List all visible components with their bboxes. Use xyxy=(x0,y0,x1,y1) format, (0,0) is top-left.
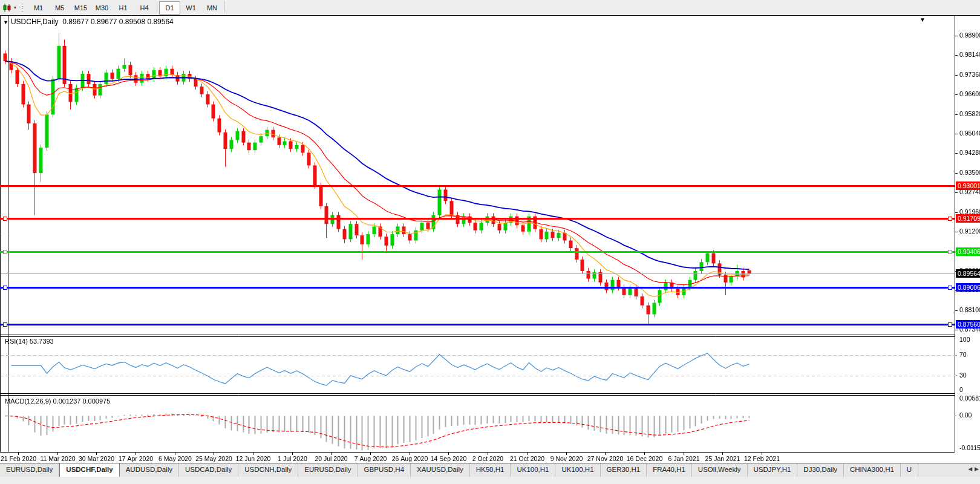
current-price-tag: 0.89564 xyxy=(956,269,980,278)
chart-tab-hk50-h1[interactable]: HK50,H1 xyxy=(470,463,511,477)
chart-tab-usdjpy-h1[interactable]: USDJPY,H1 xyxy=(748,463,798,477)
chart-tab-xauusd-daily[interactable]: XAUUSD,Daily xyxy=(411,463,470,477)
toolbar-separator xyxy=(157,1,157,12)
macd-signal-value: 0.000975 xyxy=(82,397,110,405)
caret-down-icon: ▾ xyxy=(14,5,16,10)
triangle-down-icon[interactable]: ▼ xyxy=(920,16,926,23)
chart-tab-china300-h1[interactable]: CHINA300,H1 xyxy=(844,463,901,477)
timeframe-button-m30[interactable]: M30 xyxy=(91,1,113,15)
rsi-value: 53.7393 xyxy=(30,338,54,345)
chart-tab-usoil-weekly[interactable]: USOil,Weekly xyxy=(692,463,748,477)
toolbar-separator xyxy=(224,1,225,12)
chart-type-button[interactable]: ▾ xyxy=(0,2,19,14)
rsi-indicator-label: RSI(14) 53.7393 xyxy=(5,338,54,345)
chart-tab-eurusd-daily[interactable]: EURUSD,Daily xyxy=(298,463,358,477)
chart-symbol-label: USDCHF,Daily xyxy=(11,18,59,26)
chart-tab-ger30-h1[interactable]: GER30,H1 xyxy=(601,463,647,477)
status-strip xyxy=(0,477,980,484)
chart-title: ▼USDCHF,Daily 0.89677 0.89677 0.89508 0.… xyxy=(3,18,174,26)
toolbar-grip-handle[interactable] xyxy=(21,3,24,13)
timeframe-button-group: M1M5M15M30H1H4D1W1MN xyxy=(28,1,227,15)
tabs-scroll-right-button[interactable]: ▶ xyxy=(975,466,979,472)
price-chart-canvas[interactable] xyxy=(0,0,980,463)
timeframe-button-m15[interactable]: M15 xyxy=(70,1,91,15)
chart-tab-eurusd-daily[interactable]: EURUSD,Daily xyxy=(0,463,59,477)
timeframe-button-h1[interactable]: H1 xyxy=(113,1,134,15)
timeframe-button-m1[interactable]: M1 xyxy=(28,1,49,15)
candlestick-chart-icon xyxy=(2,3,12,13)
chart-tab-usdchf-daily[interactable]: USDCHF,Daily xyxy=(59,463,119,477)
rsi-name: RSI(14) xyxy=(5,338,28,345)
chart-tab-uk100-h1[interactable]: UK100,H1 xyxy=(555,463,600,477)
chart-tabs-bar: EURUSD,DailyUSDCHF,DailyAUDUSD,DailyUSDC… xyxy=(0,463,980,477)
timeframe-button-mn[interactable]: MN xyxy=(201,1,223,15)
timeframe-button-h4[interactable]: H4 xyxy=(134,1,155,15)
chart-ohlc-values: 0.89677 0.89677 0.89508 0.89564 xyxy=(62,18,174,26)
chart-tabs: EURUSD,DailyUSDCHF,DailyAUDUSD,DailyUSDC… xyxy=(0,463,963,477)
chart-tab-audusd-daily[interactable]: AUDUSD,Daily xyxy=(120,463,179,477)
macd-main-value: 0.001237 xyxy=(53,397,80,405)
macd-name: MACD(12,26,9) xyxy=(5,397,51,405)
timeframe-button-w1[interactable]: W1 xyxy=(180,1,201,15)
hline-price-tag-0.91709: 0.91709 xyxy=(956,214,980,223)
chart-tab-usdcad-daily[interactable]: USDCAD,Daily xyxy=(179,463,238,477)
tabs-scroll-left-button[interactable]: ◀ xyxy=(968,466,972,472)
hline-price-tag-0.87560: 0.87560 xyxy=(956,320,980,329)
chart-tab-gbpusd-h4[interactable]: GBPUSD,H4 xyxy=(358,463,411,477)
hline-price-tag-0.90406: 0.90406 xyxy=(956,247,980,256)
hline-price-tag-0.89006: 0.89006 xyxy=(956,283,980,292)
triangle-down-icon[interactable]: ▼ xyxy=(3,19,8,25)
chart-tab-uk100-h1[interactable]: UK100,H1 xyxy=(511,463,555,477)
macd-indicator-label: MACD(12,26,9) 0.001237 0.000975 xyxy=(5,397,110,405)
timeframe-button-m5[interactable]: M5 xyxy=(49,1,70,15)
mt4-terminal: { "toolbar": { "chart_type_icon": "candl… xyxy=(0,0,980,484)
timeframe-button-d1[interactable]: D1 xyxy=(159,1,180,15)
chart-tab-u[interactable]: U xyxy=(901,463,918,477)
chart-tab-dj30-daily[interactable]: DJ30,Daily xyxy=(797,463,844,477)
chart-tab-fra40-h1[interactable]: FRA40,H1 xyxy=(647,463,692,477)
hline-price-tag-0.93001: 0.93001 xyxy=(956,182,980,190)
toolbar: ▾ M1M5M15M30H1H4D1W1MN xyxy=(0,0,980,15)
chart-tab-usdcnh-daily[interactable]: USDCNH,Daily xyxy=(238,463,298,477)
